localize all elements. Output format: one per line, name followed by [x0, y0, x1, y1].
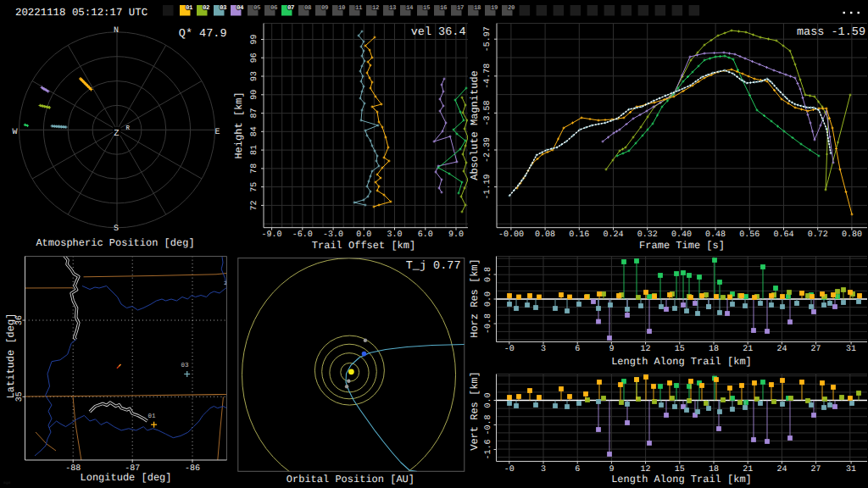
svg-text:87: 87	[250, 108, 259, 119]
svg-text:20: 20	[508, 5, 515, 12]
svg-text:09: 09	[321, 5, 328, 12]
svg-text:Longitude [deg]: Longitude [deg]	[80, 472, 171, 484]
svg-text:-9.0: -9.0	[262, 230, 282, 240]
svg-text:T_j 0.77: T_j 0.77	[406, 260, 461, 273]
svg-text:90: 90	[250, 90, 259, 100]
svg-text:12: 12	[641, 345, 651, 354]
svg-text:0.0: 0.0	[484, 392, 493, 408]
svg-text:02: 02	[203, 5, 209, 12]
svg-text:12: 12	[372, 5, 379, 12]
svg-text:Length Along Trail [km]: Length Along Trail [km]	[611, 474, 752, 485]
svg-text:E: E	[214, 128, 220, 137]
svg-text:15: 15	[675, 345, 685, 354]
svg-text:0.0: 0.0	[356, 230, 371, 240]
svg-text:-0.00: -0.00	[498, 230, 524, 240]
svg-text:0.72: 0.72	[808, 230, 828, 240]
svg-text:mgm: mgm	[3, 481, 10, 485]
svg-text:81: 81	[250, 145, 259, 155]
svg-text:17: 17	[457, 5, 464, 12]
svg-text:0.08: 0.08	[535, 230, 555, 240]
svg-text:Length Along Trail [km]: Length Along Trail [km]	[611, 356, 752, 368]
svg-text:-86: -86	[185, 464, 200, 474]
svg-text:04: 04	[236, 5, 244, 12]
svg-text:03: 03	[220, 5, 227, 12]
svg-text:Vert Res [km]: Vert Res [km]	[469, 371, 481, 451]
svg-text:3: 3	[541, 345, 546, 354]
svg-text:N: N	[114, 26, 119, 36]
svg-text:31: 31	[846, 465, 856, 474]
svg-text:93: 93	[250, 71, 259, 81]
svg-text:0.80: 0.80	[842, 230, 862, 240]
svg-text:Absolute Magnitude: Absolute Magnitude	[469, 70, 481, 180]
svg-text:27: 27	[811, 465, 821, 474]
svg-text:11: 11	[355, 5, 363, 12]
svg-text:07: 07	[287, 5, 294, 12]
svg-text:0.0: 0.0	[484, 291, 493, 307]
svg-text:0.24: 0.24	[603, 230, 623, 240]
svg-text:-0.8: -0.8	[484, 414, 493, 435]
svg-text:0.8: 0.8	[484, 267, 493, 282]
svg-text:-4.78: -4.78	[483, 64, 492, 89]
svg-text:Orbital Position [AU]: Orbital Position [AU]	[287, 474, 415, 485]
svg-text:-2.39: -2.39	[483, 137, 492, 163]
svg-text:-5.97: -5.97	[483, 26, 492, 52]
svg-text:19: 19	[491, 5, 498, 12]
svg-text:vel 36.4: vel 36.4	[411, 26, 466, 39]
svg-text:24: 24	[776, 465, 787, 474]
svg-text:6: 6	[575, 465, 580, 474]
svg-text:31: 31	[846, 345, 856, 354]
svg-text:Q* 47.9: Q* 47.9	[179, 28, 227, 41]
svg-text:Trail Offset [km]: Trail Offset [km]	[312, 240, 415, 252]
svg-text:-1.19: -1.19	[483, 175, 492, 200]
svg-text:3.0: 3.0	[387, 230, 403, 240]
svg-text:05: 05	[253, 5, 261, 12]
svg-text:9.0: 9.0	[448, 230, 464, 240]
svg-text:21: 21	[743, 345, 753, 354]
svg-text:-3.58: -3.58	[483, 100, 492, 125]
svg-text:Horz Res [km]: Horz Res [km]	[469, 258, 481, 338]
svg-text:27: 27	[811, 345, 821, 354]
svg-text:03: 03	[181, 362, 189, 369]
svg-text:0.64: 0.64	[773, 230, 793, 240]
svg-text:0.16: 0.16	[569, 230, 589, 240]
svg-text:16: 16	[440, 5, 448, 12]
svg-text:Height [km]: Height [km]	[233, 92, 245, 158]
svg-text:Latitude [deg]: Latitude [deg]	[5, 313, 17, 399]
svg-text:96: 96	[250, 53, 259, 63]
svg-text:Frame Time [s]: Frame Time [s]	[639, 240, 725, 252]
svg-text:75: 75	[250, 182, 259, 192]
svg-text:06: 06	[270, 5, 278, 12]
svg-text:0.32: 0.32	[637, 230, 658, 240]
svg-text:-1.6: -1.6	[484, 439, 493, 459]
svg-text:10: 10	[338, 5, 346, 12]
svg-text:84: 84	[250, 126, 259, 136]
svg-text:6.0: 6.0	[418, 230, 433, 240]
svg-text:0.56: 0.56	[739, 230, 760, 240]
svg-text:W: W	[12, 128, 17, 137]
svg-text:-6.0: -6.0	[292, 230, 313, 240]
svg-text:18: 18	[474, 5, 481, 12]
svg-text:18: 18	[709, 345, 719, 354]
svg-text:72: 72	[250, 200, 259, 210]
svg-text:24: 24	[776, 345, 787, 354]
svg-text:0.40: 0.40	[671, 230, 692, 240]
svg-text:15: 15	[423, 5, 431, 12]
svg-text:Atmospheric Position [deg]: Atmospheric Position [deg]	[36, 237, 194, 249]
svg-text:01: 01	[186, 5, 193, 12]
svg-text:R: R	[126, 125, 131, 132]
svg-text:99: 99	[250, 34, 259, 44]
svg-text:08: 08	[304, 5, 312, 12]
svg-text:-88: -88	[65, 464, 81, 474]
svg-text:-0: -0	[504, 465, 515, 474]
svg-text:S: S	[114, 225, 119, 234]
svg-text:01: 01	[147, 413, 156, 420]
svg-text:-0: -0	[504, 345, 515, 354]
svg-text:9: 9	[609, 345, 614, 354]
svg-text:20221118 05:12:17 UTC: 20221118 05:12:17 UTC	[15, 7, 147, 19]
svg-text:78: 78	[250, 164, 259, 174]
svg-text:Z: Z	[114, 129, 119, 139]
svg-text:3: 3	[541, 465, 546, 474]
svg-text:mass -1.59: mass -1.59	[797, 26, 865, 39]
svg-text:0.48: 0.48	[705, 230, 726, 240]
svg-text:6: 6	[575, 345, 580, 354]
